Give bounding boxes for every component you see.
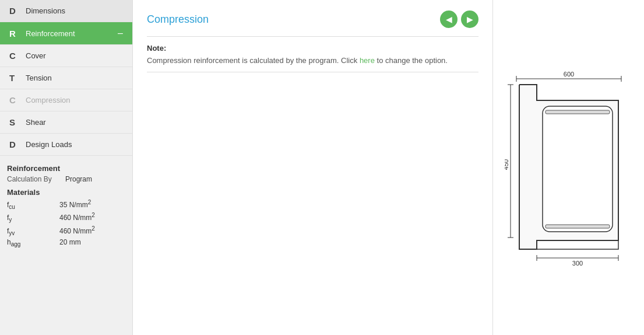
hagg-value: 20 mm [59,238,81,246]
reinforcement-letter: R [9,29,22,39]
note-text-after: to change the option. [375,56,448,65]
fy-value: 460 N/mm2 [59,212,95,222]
sidebar-item-compression[interactable]: C Compression [0,89,132,111]
cover-letter: C [9,51,22,61]
diagram-panel: 600 450 300 [492,0,644,335]
reinforcement-label: Reinforcement [26,29,75,38]
tension-letter: T [9,73,22,83]
compression-letter: C [9,95,22,105]
tension-label: Tension [26,74,52,82]
note-label: Note: [147,44,478,53]
sidebar-item-reinforcement[interactable]: R Reinforcement – [0,22,132,45]
sidebar-item-design-loads[interactable]: D Design Loads [0,134,132,156]
sidebar-item-shear[interactable]: S Shear [0,111,132,134]
hagg-label: hagg [7,238,59,247]
shear-label: Shear [26,118,46,127]
content-area: Compression ◀ ▶ Note: Compression reinfo… [133,0,492,335]
nav-forward-button[interactable]: ▶ [461,11,478,28]
fyv-value: 460 N/mm2 [59,225,95,235]
fyv-label: fyv [7,227,59,236]
title-divider [147,36,478,37]
sidebar-info: Reinforcement Calculation By Program Mat… [0,156,132,335]
main-content: Compression ◀ ▶ Note: Compression reinfo… [133,0,492,335]
width-top-label: 600 [563,71,573,78]
page-title: Compression [147,13,209,26]
dimensions-label: Dimensions [26,6,65,15]
note-text-before: Compression reinforcement is calculated … [147,56,360,65]
section-diagram: 600 450 300 [505,68,633,267]
fcu-label: fcu [7,201,59,210]
reinforcement-info-heading: Reinforcement [7,164,125,173]
shear-letter: S [9,117,22,127]
nav-back-button[interactable]: ◀ [440,11,458,28]
sidebar-item-dimensions[interactable]: D Dimensions [0,0,132,22]
active-dash: – [118,28,123,39]
sidebar-item-cover[interactable]: C Cover [0,45,132,67]
fy-label: fy [7,214,59,223]
nav-buttons: ◀ ▶ [440,11,478,28]
calc-by-label: Calculation By [7,175,65,183]
note-text: Compression reinforcement is calculated … [147,56,478,65]
sidebar: D Dimensions R Reinforcement – C Cover T… [0,0,133,335]
cover-label: Cover [26,51,46,60]
note-link[interactable]: here [360,56,375,65]
design-loads-letter: D [9,139,22,149]
note-divider [147,72,478,72]
sidebar-item-tension[interactable]: T Tension [0,67,132,89]
page-title-row: Compression ◀ ▶ [147,11,478,28]
calc-by-value: Program [65,175,92,183]
fcu-value: 35 N/mm2 [59,199,91,209]
compression-label: Compression [26,96,71,104]
svg-rect-7 [546,225,610,228]
beam-outline [519,85,618,249]
svg-rect-8 [546,110,610,114]
design-loads-label: Design Loads [26,140,72,149]
svg-rect-6 [543,106,613,232]
width-bottom-label: 300 [572,260,582,267]
height-side-label: 450 [505,159,509,170]
dimensions-letter: D [9,6,22,16]
materials-heading: Materials [7,188,125,197]
